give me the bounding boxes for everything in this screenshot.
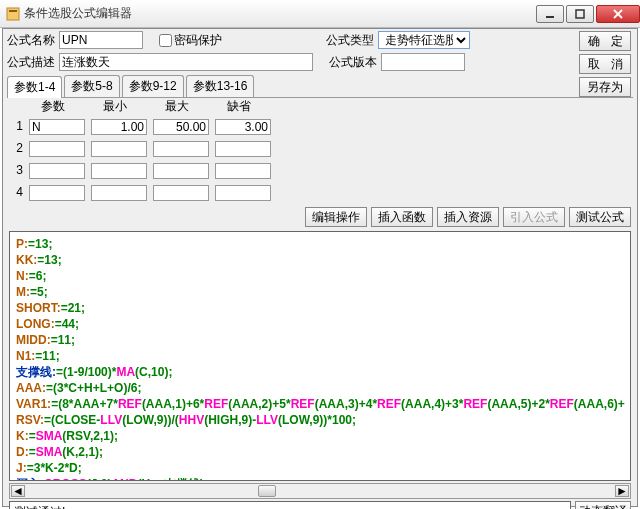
- tab-params-13-16[interactable]: 参数13-16: [186, 75, 255, 97]
- p1-max[interactable]: [153, 119, 209, 135]
- minimize-button[interactable]: [536, 5, 564, 23]
- p4-def[interactable]: [215, 185, 271, 201]
- password-checkbox[interactable]: [159, 34, 172, 47]
- col-def: 缺省: [211, 98, 267, 115]
- svg-rect-0: [7, 8, 19, 20]
- name-label: 公式名称: [7, 32, 55, 49]
- name-input[interactable]: [59, 31, 143, 49]
- password-label: 密码保护: [174, 32, 222, 49]
- close-button[interactable]: [596, 5, 640, 23]
- p1-name[interactable]: [29, 119, 85, 135]
- col-min: 最小: [87, 98, 143, 115]
- p3-min[interactable]: [91, 163, 147, 179]
- scroll-left-icon[interactable]: ◄: [11, 485, 25, 497]
- p3-max[interactable]: [153, 163, 209, 179]
- cancel-button[interactable]: 取 消: [579, 54, 631, 74]
- desc-label: 公式描述: [7, 54, 55, 71]
- window-title: 条件选股公式编辑器: [24, 5, 534, 22]
- p2-name[interactable]: [29, 141, 85, 157]
- maximize-button[interactable]: [566, 5, 594, 23]
- col-max: 最大: [149, 98, 205, 115]
- scroll-right-icon[interactable]: ►: [615, 485, 629, 497]
- import-formula-button[interactable]: 引入公式: [503, 207, 565, 227]
- type-select[interactable]: 走势特征选股: [378, 31, 470, 49]
- ver-label: 公式版本: [329, 54, 377, 71]
- p3-name[interactable]: [29, 163, 85, 179]
- p4-min[interactable]: [91, 185, 147, 201]
- tab-params-9-12[interactable]: 参数9-12: [122, 75, 184, 97]
- p2-max[interactable]: [153, 141, 209, 157]
- dynamic-translate-button[interactable]: 动态翻译: [575, 501, 631, 509]
- p4-max[interactable]: [153, 185, 209, 201]
- tab-params-5-8[interactable]: 参数5-8: [64, 75, 119, 97]
- col-param: 参数: [25, 98, 81, 115]
- message-area: 测试通过!: [9, 501, 571, 509]
- saveas-button[interactable]: 另存为: [579, 77, 631, 97]
- app-icon: [6, 7, 20, 21]
- insert-res-button[interactable]: 插入资源: [437, 207, 499, 227]
- code-editor[interactable]: P:=13; KK:=13; N:=6; M:=5; SHORT:=21; LO…: [9, 231, 631, 481]
- svg-rect-3: [576, 10, 584, 18]
- p4-name[interactable]: [29, 185, 85, 201]
- p3-def[interactable]: [215, 163, 271, 179]
- type-label: 公式类型: [326, 32, 374, 49]
- insert-fn-button[interactable]: 插入函数: [371, 207, 433, 227]
- ver-input[interactable]: [381, 53, 465, 71]
- tab-params-1-4[interactable]: 参数1-4: [7, 76, 62, 98]
- svg-rect-1: [9, 10, 17, 12]
- edit-ops-button[interactable]: 编辑操作: [305, 207, 367, 227]
- p1-min[interactable]: [91, 119, 147, 135]
- p1-def[interactable]: [215, 119, 271, 135]
- code-hscrollbar[interactable]: ◄ ►: [9, 483, 631, 499]
- ok-button[interactable]: 确 定: [579, 31, 631, 51]
- desc-input[interactable]: [59, 53, 313, 71]
- p2-min[interactable]: [91, 141, 147, 157]
- test-formula-button[interactable]: 测试公式: [569, 207, 631, 227]
- scroll-thumb[interactable]: [258, 485, 276, 497]
- p2-def[interactable]: [215, 141, 271, 157]
